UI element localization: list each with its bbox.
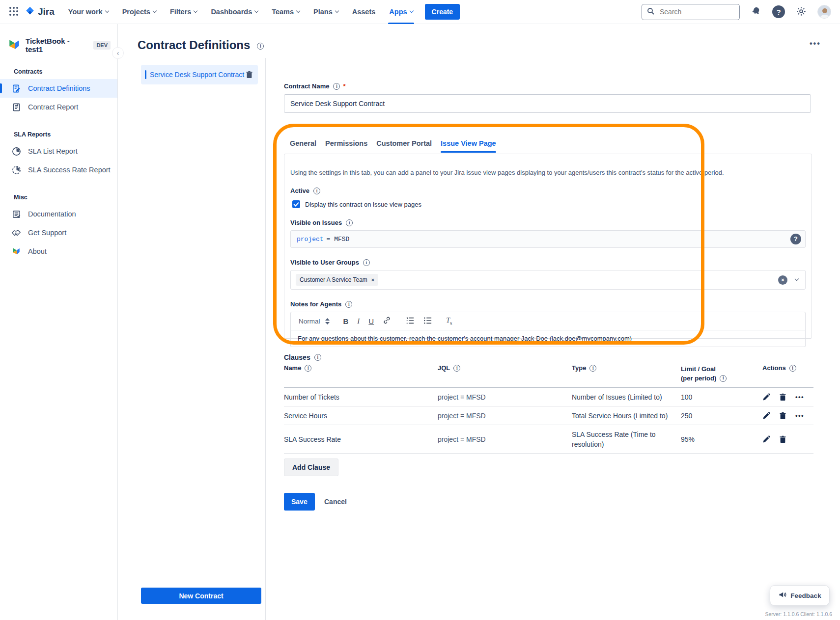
page-more-menu-icon[interactable]: ••• (810, 39, 821, 48)
save-button[interactable]: Save (284, 493, 315, 511)
name-column-info-icon[interactable]: i (305, 365, 311, 372)
delete-clause-icon[interactable] (779, 412, 786, 420)
tab-issue-view-page[interactable]: Issue View Page (441, 139, 496, 153)
contract-name-input[interactable] (284, 94, 811, 113)
sidebar-collapse-button[interactable]: ‹ (112, 47, 124, 59)
active-checkbox[interactable] (292, 200, 300, 208)
sidebar-item-about[interactable]: About (0, 242, 117, 261)
clause-type: Total Service Hours (Limited to) (572, 412, 681, 420)
nav-item-assets[interactable]: Assets (347, 0, 381, 24)
clear-formatting-t: T (446, 317, 450, 324)
contract-list-item-selected[interactable]: Service Desk Support Contract (141, 65, 258, 84)
sidebar-item-sla-list-report[interactable]: SLA List Report (0, 142, 117, 161)
nav-item-teams[interactable]: Teams (267, 0, 305, 24)
page-title-row: Contract Definitions i (138, 38, 264, 52)
select-chevron-down-icon[interactable] (795, 277, 799, 281)
visible-on-issues-info-icon[interactable]: i (346, 219, 353, 226)
link-button[interactable] (383, 316, 391, 326)
contract-name-info-icon[interactable]: i (333, 83, 340, 90)
jql-keyword: project (297, 236, 324, 243)
notes-info-icon[interactable]: i (345, 301, 352, 308)
jira-logo-text: Jira (38, 6, 55, 17)
underline-button[interactable]: U (368, 317, 374, 325)
sidebar-item-sla-success-rate-report[interactable]: SLA Success Rate Report (0, 161, 117, 179)
feedback-button[interactable]: Feedback (770, 585, 830, 606)
sidebar-item-documentation[interactable]: Documentation (0, 205, 117, 223)
add-clause-button[interactable]: Add Clause (284, 458, 338, 476)
jql-help-icon[interactable]: ? (790, 234, 801, 244)
header-sublabel: (per period) (681, 374, 716, 383)
active-info-icon[interactable]: i (313, 188, 320, 194)
tab-general[interactable]: General (290, 139, 316, 153)
nav-item-apps[interactable]: Apps (384, 0, 418, 24)
search-icon (647, 7, 655, 17)
tab-permissions[interactable]: Permissions (325, 139, 367, 153)
delete-contract-icon[interactable] (246, 71, 253, 79)
user-groups-select[interactable]: Customer A Service Team × × (290, 270, 806, 290)
notes-editor-content[interactable]: For any questions about this customer, r… (290, 330, 806, 347)
edit-clause-icon[interactable] (762, 412, 770, 420)
header-label: Limit / Goal (681, 364, 762, 374)
clauses-info-icon[interactable]: i (314, 354, 321, 361)
ordered-list-button[interactable] (406, 317, 415, 326)
sort-arrows-icon (325, 318, 330, 324)
tab-customer-portal[interactable]: Customer Portal (376, 139, 432, 153)
clause-name: SLA Success Rate (284, 435, 438, 443)
delete-clause-icon[interactable] (779, 435, 786, 443)
search-input[interactable] (659, 7, 728, 16)
tab-description: Using the settings in this tab, you can … (290, 169, 806, 176)
limit-column-info-icon[interactable]: i (720, 375, 727, 382)
app-switcher-icon[interactable] (9, 6, 19, 18)
clause-jql: project = MFSD (438, 435, 572, 443)
notifications-bell-icon[interactable] (751, 6, 761, 18)
clauses-table-header: Name i JQL i Type i Limit / Goal (per pe… (284, 364, 813, 388)
chip-remove-icon[interactable]: × (371, 277, 374, 283)
notes-text: For any questions about this customer, r… (298, 335, 632, 342)
edit-clause-icon[interactable] (762, 393, 770, 401)
nav-item-projects[interactable]: Projects (117, 0, 161, 24)
chevron-down-icon (254, 9, 258, 13)
bold-button[interactable]: B (343, 317, 349, 325)
nav-item-filters[interactable]: Filters (165, 0, 202, 24)
chevron-down-icon (335, 9, 339, 13)
jira-logo-icon (25, 6, 35, 18)
type-column-info-icon[interactable]: i (589, 365, 596, 372)
italic-button[interactable]: I (357, 317, 360, 325)
select-clear-icon[interactable]: × (778, 275, 787, 285)
nav-item-dashboards[interactable]: Dashboards (206, 0, 263, 24)
create-button[interactable]: Create (425, 4, 460, 20)
clause-limit: 95% (681, 435, 762, 443)
new-contract-button[interactable]: New Contract (141, 588, 261, 604)
page-title-info-icon[interactable]: i (257, 43, 264, 50)
global-search[interactable] (642, 4, 740, 20)
nav-item-your-work[interactable]: Your work (63, 0, 113, 24)
table-row: SLA Success Rate project = MFSD SLA Succ… (284, 425, 813, 454)
actions-column-info-icon[interactable]: i (789, 365, 796, 372)
sidebar-item-contract-report[interactable]: Contract Report (0, 98, 117, 116)
text-style-picker[interactable]: Normal (299, 318, 330, 325)
user-avatar[interactable] (817, 5, 831, 19)
nav-item-plans[interactable]: Plans (308, 0, 343, 24)
nav-item-label: Plans (313, 8, 333, 16)
chevron-down-icon (296, 9, 300, 13)
jira-logo[interactable]: Jira (25, 6, 55, 18)
jql-column-info-icon[interactable]: i (453, 365, 460, 372)
app-sidebar: TicketBook - test1 DEV Contracts Contrac… (0, 24, 118, 620)
visible-groups-info-icon[interactable]: i (363, 259, 370, 266)
bullet-list-button[interactable] (423, 317, 432, 326)
more-actions-icon[interactable]: ••• (795, 393, 804, 401)
help-icon[interactable]: ? (772, 5, 785, 18)
clause-type: Number of Issues (Limited to) (572, 393, 681, 401)
sidebar-item-contract-definitions[interactable]: Contract Definitions (0, 79, 117, 98)
jql-input[interactable]: project = MFSD ? (290, 230, 806, 248)
delete-clause-icon[interactable] (779, 393, 786, 401)
settings-gear-icon[interactable] (796, 6, 807, 18)
edit-clause-icon[interactable] (762, 435, 770, 443)
column-header-actions: Actions i (762, 364, 813, 372)
clause-name: Service Hours (284, 412, 438, 420)
sidebar-item-get-support[interactable]: Get Support (0, 223, 117, 242)
more-actions-icon[interactable]: ••• (795, 412, 804, 419)
clear-formatting-button[interactable]: Tx (446, 317, 452, 325)
cancel-button[interactable]: Cancel (318, 493, 353, 511)
sidebar-item-label: SLA List Report (28, 147, 78, 155)
